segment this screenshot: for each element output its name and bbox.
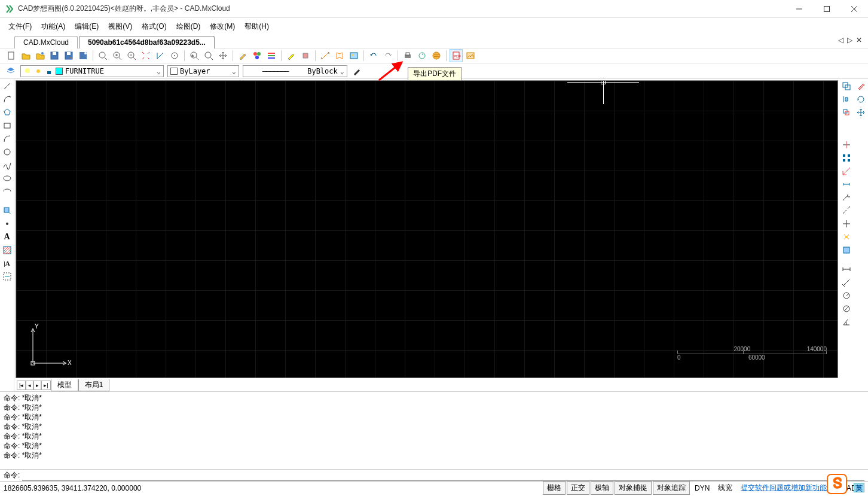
pencil-button[interactable] bbox=[236, 49, 249, 62]
ellipse-tool[interactable] bbox=[1, 172, 13, 184]
menu-function[interactable]: 功能(A) bbox=[38, 20, 69, 34]
command-history[interactable]: 命令: *取消* 命令: *取消* 命令: *取消* 命令: *取消* 命令: … bbox=[0, 391, 868, 469]
menu-modify[interactable]: 修改(M) bbox=[206, 20, 239, 34]
dimension-tool[interactable] bbox=[1, 270, 13, 282]
undo-button[interactable] bbox=[367, 49, 380, 62]
measure-distance-button[interactable] bbox=[319, 49, 332, 62]
menu-draw[interactable]: 绘图(D) bbox=[173, 20, 204, 34]
toggle-dyn[interactable]: DYN bbox=[691, 483, 713, 494]
explode-tool[interactable] bbox=[841, 231, 852, 243]
layout-tab-model[interactable]: 模型 bbox=[51, 379, 78, 391]
dim-radius-tool[interactable] bbox=[841, 290, 852, 302]
tab-prev-icon[interactable]: ◁ bbox=[837, 36, 845, 44]
point-tool[interactable] bbox=[1, 218, 13, 230]
image-button[interactable] bbox=[347, 49, 360, 62]
color-button[interactable] bbox=[250, 49, 264, 62]
fill-button[interactable] bbox=[299, 49, 312, 62]
toggle-otrack[interactable]: 对象追踪 bbox=[653, 481, 690, 495]
feedback-link[interactable]: 提交软件问题或增加新功能 bbox=[737, 482, 830, 494]
layout-tab-layout1[interactable]: 布局1 bbox=[78, 379, 110, 391]
move2-tool[interactable] bbox=[855, 106, 867, 118]
save-cloud-button[interactable] bbox=[77, 49, 90, 62]
open-cloud-button[interactable] bbox=[33, 49, 47, 62]
toggle-polar[interactable]: 极轴 bbox=[591, 481, 613, 495]
rectangle-tool[interactable] bbox=[1, 120, 13, 132]
arc-tool[interactable] bbox=[1, 133, 13, 145]
menu-help[interactable]: 帮助(H) bbox=[241, 20, 273, 34]
close-button[interactable] bbox=[841, 0, 868, 18]
saveas-button[interactable] bbox=[62, 49, 75, 62]
scale-tool[interactable] bbox=[841, 165, 852, 177]
zoom-extents-button[interactable] bbox=[139, 49, 152, 62]
toggle-ortho[interactable]: 正交 bbox=[567, 481, 589, 495]
layout-next[interactable]: ▸ bbox=[33, 381, 41, 390]
refresh-button[interactable] bbox=[415, 49, 429, 62]
tab-next-icon[interactable]: ▷ bbox=[846, 36, 854, 44]
linetype-combo[interactable]: ——————— ByBlock ⌄ bbox=[243, 65, 347, 77]
insert-block-tool[interactable] bbox=[1, 205, 13, 217]
menu-format[interactable]: 格式(O) bbox=[138, 20, 170, 34]
polyline-tool[interactable] bbox=[1, 93, 13, 105]
toggle-lineweight[interactable]: 线宽 bbox=[714, 482, 736, 494]
mirror-tool[interactable] bbox=[841, 93, 852, 105]
text-tool[interactable]: A bbox=[1, 231, 13, 243]
zoom-out-button[interactable] bbox=[125, 49, 138, 62]
layout-last[interactable]: ▸| bbox=[41, 381, 50, 390]
menu-edit[interactable]: 编辑(E) bbox=[71, 20, 102, 34]
pan-button[interactable] bbox=[168, 49, 181, 62]
menu-view[interactable]: 视图(V) bbox=[105, 20, 136, 34]
copy-tool[interactable] bbox=[841, 80, 852, 92]
move-button[interactable] bbox=[216, 49, 230, 62]
dim-linear-tool[interactable] bbox=[841, 263, 852, 275]
layout-prev[interactable]: ◂ bbox=[26, 381, 33, 390]
command-input[interactable] bbox=[22, 471, 864, 480]
zoom-scale-button[interactable] bbox=[202, 49, 215, 62]
zoom-selected-button[interactable] bbox=[154, 49, 167, 62]
dim-angular-tool[interactable] bbox=[841, 316, 852, 328]
erase-tool[interactable] bbox=[855, 80, 867, 92]
ellipse-arc-tool[interactable] bbox=[1, 185, 13, 197]
sogou-logo-icon[interactable] bbox=[826, 473, 848, 495]
offset-tool[interactable] bbox=[841, 106, 852, 118]
measure-area-button[interactable] bbox=[333, 49, 346, 62]
stretch-tool[interactable] bbox=[841, 178, 852, 190]
print-button[interactable] bbox=[401, 49, 414, 62]
break-tool[interactable] bbox=[841, 205, 852, 217]
doc-tab-1[interactable]: CAD.MxCloud bbox=[14, 36, 78, 48]
browser-button[interactable] bbox=[430, 49, 443, 62]
tab-close-icon[interactable]: ✕ bbox=[855, 36, 863, 44]
layout-first[interactable]: |◂ bbox=[17, 381, 26, 390]
doc-tab-2[interactable]: 5090ab61c4564d8baf63a09223d5... bbox=[79, 36, 215, 48]
move-tool[interactable] bbox=[841, 218, 852, 230]
open-file-button[interactable] bbox=[19, 49, 32, 62]
toggle-osnap[interactable]: 对象捕捉 bbox=[615, 481, 652, 495]
layer-manager-button[interactable] bbox=[5, 65, 17, 77]
circle-tool[interactable] bbox=[1, 146, 13, 158]
ime-indicator[interactable]: 英 bbox=[854, 483, 864, 492]
fillet-tool[interactable] bbox=[841, 244, 852, 256]
array-tool[interactable] bbox=[841, 152, 852, 164]
dim-aligned-tool[interactable] bbox=[841, 276, 852, 288]
menu-file[interactable]: 文件(F) bbox=[5, 20, 35, 34]
mtext-tool[interactable]: |A bbox=[1, 257, 13, 269]
trim-tool[interactable] bbox=[841, 139, 852, 151]
highlight-button[interactable] bbox=[285, 49, 298, 62]
maximize-button[interactable] bbox=[813, 0, 841, 18]
zoom-realtime-button[interactable]: ± bbox=[188, 49, 201, 62]
rotate-tool[interactable] bbox=[855, 93, 867, 105]
extend-tool[interactable] bbox=[841, 191, 852, 203]
save-button[interactable] bbox=[48, 49, 61, 62]
minimize-button[interactable] bbox=[786, 0, 813, 18]
polygon-tool[interactable] bbox=[1, 106, 13, 118]
color-combo[interactable]: ByLayer ⌄ bbox=[167, 65, 239, 77]
export-image-button[interactable] bbox=[464, 49, 477, 62]
layer-combo[interactable]: FURNITRUE ⌄ bbox=[20, 65, 164, 77]
toggle-grid[interactable]: 栅格 bbox=[543, 481, 566, 495]
spline-tool[interactable] bbox=[1, 159, 13, 171]
layers-button[interactable] bbox=[265, 49, 278, 62]
hatch-tool[interactable] bbox=[1, 244, 13, 256]
drawing-canvas[interactable]: document.write(Array.from({length:28},(_… bbox=[16, 80, 838, 378]
dim-diameter-tool[interactable] bbox=[841, 303, 852, 315]
edit-linetype-button[interactable] bbox=[351, 65, 363, 77]
new-file-button[interactable] bbox=[5, 49, 18, 62]
